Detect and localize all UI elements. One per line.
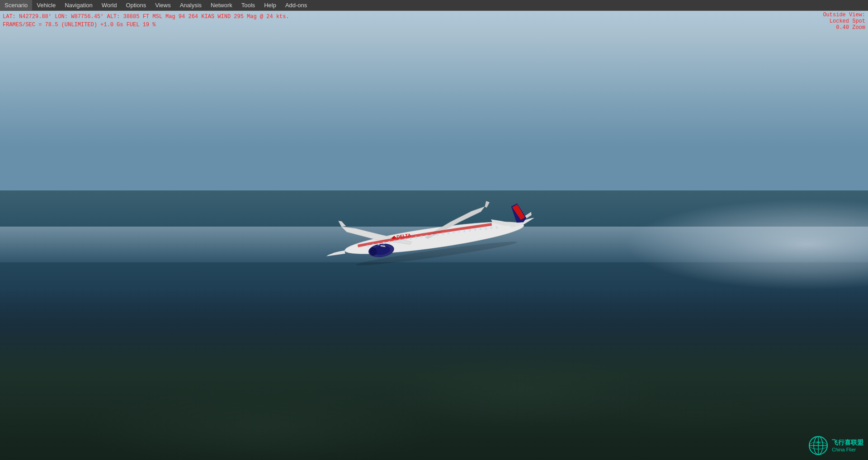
menu-analysis[interactable]: Analysis	[175, 0, 206, 10]
hud-line2: FRAMES/SEC = 78.5 (UNLIMITED) +1.0 Gs FU…	[3, 21, 289, 29]
menu-network[interactable]: Network	[206, 0, 237, 10]
watermark-chinese: 飞行喜联盟	[832, 439, 863, 447]
view-info-overlay: Outside View: Locked Spot 0.40 Zoom	[823, 12, 865, 31]
menu-help[interactable]: Help	[259, 0, 281, 10]
menu-bar: Scenario Vehicle Navigation World Option…	[0, 0, 868, 11]
view-line3: 0.40 Zoom	[823, 24, 865, 31]
menu-addons[interactable]: Add-ons	[281, 0, 311, 10]
view-line1: Outside View:	[823, 12, 865, 18]
watermark-text-block: 飞行喜联盟 China Flier	[832, 439, 863, 452]
watermark: 飞行喜联盟 China Flier	[808, 436, 863, 455]
hud-line1: LAT: N42729.88' LON: W87756.45' ALT: 388…	[3, 13, 289, 21]
menu-scenario[interactable]: Scenario	[0, 0, 32, 10]
menu-options[interactable]: Options	[121, 0, 151, 10]
menu-views[interactable]: Views	[151, 0, 175, 10]
hud-overlay: LAT: N42729.88' LON: W87756.45' ALT: 388…	[0, 12, 292, 30]
menu-navigation[interactable]: Navigation	[60, 0, 97, 10]
menu-world[interactable]: World	[97, 0, 122, 10]
terrain-ground	[0, 289, 868, 460]
clouds	[564, 199, 868, 289]
menu-vehicle[interactable]: Vehicle	[32, 0, 60, 10]
view-line2: Locked Spot	[823, 18, 865, 24]
watermark-globe-icon	[808, 436, 828, 455]
menu-tools[interactable]: Tools	[237, 0, 259, 10]
flight-viewport: ▲ DELTA 飞行喜联盟 China Flier	[0, 11, 868, 460]
watermark-english: China Flier	[832, 447, 856, 452]
